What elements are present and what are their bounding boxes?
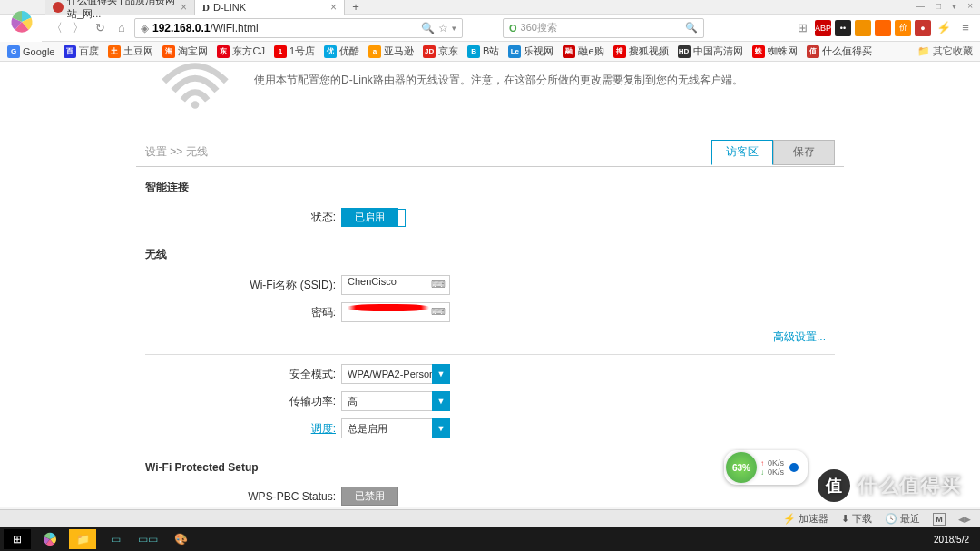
search-button[interactable]: 🔍 — [685, 22, 698, 34]
wps-pbc-label: WPS-PBC Status: — [145, 490, 341, 503]
advanced-link[interactable]: 高级设置... — [145, 330, 835, 345]
star-icon[interactable]: ☆ — [438, 22, 448, 34]
save-button[interactable]: 保存 — [773, 140, 835, 165]
keyboard-icon[interactable]: ⌨ — [431, 306, 446, 318]
tab-favicon — [53, 2, 64, 13]
chevron-down-icon: ▼ — [432, 391, 450, 411]
bookmark[interactable]: 蛛蜘蛛网 — [752, 44, 798, 58]
bookmark[interactable]: GGoogle — [7, 45, 54, 58]
bookmark[interactable]: 优优酷 — [324, 44, 359, 58]
ext-icon[interactable] — [855, 20, 871, 36]
ext-menu-icon[interactable]: ⊞ — [793, 19, 811, 37]
visitor-tab[interactable]: 访客区 — [711, 140, 773, 165]
shield-icon: ◈ — [141, 22, 149, 34]
url-text: 192.168.0.1/WiFi.html — [152, 22, 259, 34]
m-button[interactable]: M — [933, 513, 946, 526]
taskbar-clock[interactable]: 2018/5/2 — [934, 535, 976, 545]
bookmark[interactable]: JD京东 — [423, 44, 458, 58]
abp-icon[interactable]: ABP — [815, 20, 831, 36]
tab-favicon: D — [202, 2, 210, 13]
browser-status-bar: ⚡加速器 ⬇下载 🕓最近 M ◀▶ — [0, 509, 980, 527]
dropdown-icon[interactable]: ▾ — [952, 1, 956, 11]
power-label: 传输功率: — [145, 394, 341, 409]
bookmark[interactable]: HD中国高清网 — [678, 44, 743, 58]
wps-pbc-toggle[interactable]: 已禁用 — [341, 487, 398, 506]
password-input[interactable]: ⌨ — [341, 302, 450, 322]
toggle-handle[interactable] — [398, 209, 406, 227]
ext-icon[interactable]: •• — [835, 20, 851, 36]
accelerator-button[interactable]: ⚡加速器 — [783, 512, 828, 526]
chevron-down-icon: ▼ — [432, 364, 450, 384]
ssid-input[interactable]: ChenCisco⌨ — [341, 275, 450, 295]
bookmark[interactable]: 淘淘宝网 — [162, 44, 208, 58]
bookmark-bar: GGoogle 百百度 土土豆网 淘淘宝网 东东方CJ 11号店 优优酷 a亚马… — [0, 42, 980, 62]
search-placeholder: 360搜索 — [521, 21, 557, 34]
bookmark[interactable]: 融融e购 — [563, 44, 603, 58]
new-tab-button[interactable]: + — [345, 0, 367, 15]
chevron-down-icon: ▼ — [432, 418, 450, 438]
speed-up: 0K/s — [768, 458, 784, 467]
power-select[interactable]: 高▼ — [341, 391, 450, 411]
watermark: 值 什么值得买 — [818, 469, 962, 502]
taskbar-app[interactable]: 📁 — [69, 529, 96, 549]
dropdown-icon[interactable]: ▾ — [452, 24, 456, 33]
forward-button[interactable]: 〉 — [69, 19, 87, 37]
download-button[interactable]: ⬇下载 — [841, 512, 872, 526]
menu-icon[interactable]: ≡ — [956, 19, 975, 37]
search-icon[interactable]: 🔍 — [421, 22, 435, 34]
browser-tab-active[interactable]: D D-LINK × — [195, 0, 345, 15]
bookmark-folder[interactable]: 📁 其它收藏 — [917, 44, 973, 58]
ext-icon[interactable]: 价 — [895, 20, 911, 36]
url-input[interactable]: ◈ 192.168.0.1/WiFi.html 🔍 ☆ ▾ — [134, 18, 463, 38]
minimize-icon[interactable]: — — [916, 1, 925, 11]
search-input[interactable]: O 360搜索 🔍 — [503, 18, 704, 38]
security-select[interactable]: WPA/WPA2-Personal▼ — [341, 364, 450, 384]
speed-down: 0K/s — [768, 467, 784, 477]
bookmark[interactable]: 百百度 — [64, 44, 99, 58]
wifi-icon — [154, 62, 236, 113]
browser-tab[interactable]: 什么值得买 | 品质消费网站_网... × — [45, 0, 195, 15]
header-description: 使用本节配置您的D-Link路由器的无线设置。注意，在这部分所做的更改需要复制到… — [254, 71, 844, 113]
bookmark[interactable]: 搜搜狐视频 — [613, 44, 669, 58]
speed-dot — [789, 463, 799, 472]
bookmark[interactable]: Le乐视网 — [508, 44, 554, 58]
browser-logo — [6, 6, 36, 36]
close-icon[interactable]: × — [330, 1, 337, 14]
status-label: 状态: — [145, 210, 341, 225]
recent-button[interactable]: 🕓最近 — [885, 512, 920, 526]
status-toggle[interactable]: 已启用 — [341, 208, 398, 227]
schedule-select[interactable]: 总是启用▼ — [341, 418, 450, 438]
breadcrumb: 设置 >> 无线 — [145, 144, 208, 160]
ext-icon[interactable]: ● — [915, 20, 931, 36]
close-icon[interactable]: × — [181, 1, 187, 14]
bookmark[interactable]: 土土豆网 — [108, 44, 153, 58]
taskbar-app[interactable]: 🎨 — [167, 529, 194, 549]
back-button[interactable]: 〈 — [47, 19, 65, 37]
section-title: 智能连接 — [145, 180, 835, 195]
bookmark[interactable]: 值什么值得买 — [807, 44, 872, 58]
bookmark[interactable]: 11号店 — [274, 44, 315, 58]
taskbar-app[interactable]: ▭ — [102, 529, 129, 549]
password-label: 密码: — [145, 305, 341, 320]
maximize-icon[interactable]: □ — [936, 1, 941, 11]
security-label: 安全模式: — [145, 367, 341, 382]
reload-button[interactable]: ↻ — [91, 19, 109, 37]
redacted — [348, 304, 429, 311]
taskbar: ⊞ 📁 ▭ ▭▭ 🎨 2018/5/2 — [0, 527, 980, 551]
section-title: 无线 — [145, 247, 835, 262]
bookmark[interactable]: a亚马逊 — [368, 44, 414, 58]
lightning-icon[interactable]: ⚡ — [935, 19, 953, 37]
ssid-label: Wi-Fi名称 (SSID): — [145, 278, 341, 293]
tab-title: D-LINK — [213, 2, 246, 13]
taskbar-app[interactable] — [36, 529, 64, 549]
ext-icon[interactable] — [875, 20, 891, 36]
taskbar-app[interactable]: ▭▭ — [134, 529, 162, 549]
close-window-icon[interactable]: × — [967, 1, 973, 11]
keyboard-icon[interactable]: ⌨ — [431, 279, 446, 290]
bookmark[interactable]: BB站 — [467, 44, 499, 58]
speed-percentage: 63% — [726, 452, 757, 483]
start-button[interactable]: ⊞ — [4, 529, 31, 549]
home-button[interactable]: ⌂ — [113, 19, 131, 37]
speed-widget[interactable]: 63% ↑↓ 0K/s0K/s — [724, 450, 808, 485]
bookmark[interactable]: 东东方CJ — [217, 44, 264, 58]
